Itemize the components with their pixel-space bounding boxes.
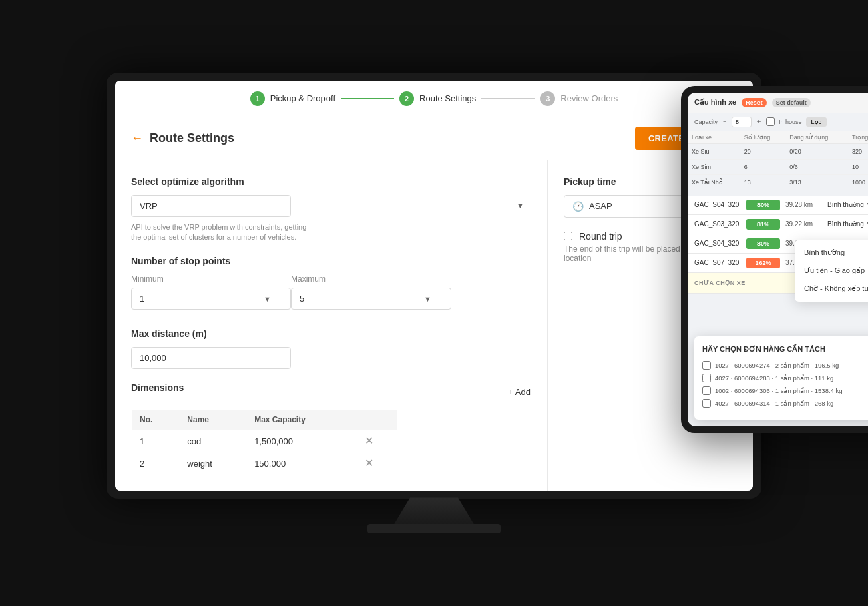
- modal-item: 1027 · 6000694274 · 2 sản phẩm · 196.5 k…: [702, 361, 868, 370]
- main-layout: Select optimize algorithm VRP ▼ API to s…: [115, 160, 753, 491]
- delete-row-button[interactable]: ✕: [365, 458, 373, 469]
- minus-icon[interactable]: －: [722, 117, 728, 126]
- vt-col-type: Loại xe: [688, 131, 740, 144]
- step-label-3: Review Orders: [560, 93, 618, 103]
- modal-items: 1027 · 6000694274 · 2 sản phẩm · 196.5 k…: [702, 361, 868, 408]
- clock-icon: 🕐: [572, 201, 584, 212]
- monitor-base: [367, 524, 501, 533]
- vehicle-usage: 0/6: [785, 159, 848, 174]
- modal-item-checkbox[interactable]: [702, 386, 711, 395]
- route-priority[interactable]: Bình thường ▼: [827, 220, 868, 228]
- step-label-2: Route Settings: [419, 93, 476, 103]
- done-wrapper: XONG: [688, 190, 868, 196]
- tablet-inner: Cấu hình xe Reset Set default Capacity －…: [688, 93, 868, 426]
- vehicle-table: Loại xe Số lượng Đang sử dụng Trọng lượn…: [688, 131, 868, 190]
- route-badge: 162%: [746, 258, 780, 268]
- table-row: 2 weight 150,000 ✕: [132, 452, 398, 475]
- dimensions-table: No. Name Max Capacity 1 cod 1,500,000 ✕ …: [131, 409, 398, 475]
- route-id: GAC_S04_320: [694, 240, 741, 247]
- modal-item-text: 4027 · 6000694283 · 1 sản phẩm · 111 kg: [715, 374, 833, 382]
- capacity-input[interactable]: [732, 117, 752, 127]
- modal-item-text: 1002 · 6000694306 · 1 sản phẩm · 1538.4 …: [715, 387, 843, 394]
- wizard-header: 1 Pickup & Dropoff 2 Route Settings 3: [115, 81, 753, 117]
- modal-item-checkbox[interactable]: [702, 374, 711, 382]
- tablet-reset-tag[interactable]: Reset: [742, 98, 767, 107]
- route-row: GAC_S04_320 80% 39.28 km Bình thường ▼: [688, 196, 868, 215]
- capacity-label: Capacity: [694, 119, 718, 125]
- back-arrow[interactable]: ←: [131, 131, 143, 145]
- add-dimension-button[interactable]: + Add: [508, 387, 531, 397]
- tablet-vehicle-title: Cấu hình xe: [694, 98, 736, 107]
- wizard-step-3: 3 Review Orders: [540, 91, 618, 106]
- dropdown-item-normal[interactable]: Bình thường: [795, 244, 868, 262]
- min-label: Minimum: [131, 274, 278, 284]
- step-connector-2: [481, 98, 535, 99]
- route-km: 39.28 km: [785, 201, 822, 208]
- row-name: cod: [179, 430, 246, 452]
- route-badge: 80%: [746, 200, 780, 210]
- filter-btn[interactable]: Lọc: [806, 117, 827, 127]
- stop-section: Number of stop points Minimum 1 ▼: [131, 256, 531, 315]
- min-select[interactable]: 1: [131, 288, 291, 310]
- tablet-screen: Cấu hình xe Reset Set default Capacity －…: [688, 93, 868, 426]
- vt-col-count: Số lượng: [740, 131, 786, 144]
- modal-item: 1002 · 6000694306 · 1 sản phẩm · 1538.4 …: [702, 386, 868, 395]
- distance-title: Max distance (m): [131, 328, 531, 339]
- dimensions-section: Dimensions + Add No. Name Max Capacity: [131, 382, 531, 475]
- modal-item-checkbox[interactable]: [702, 361, 711, 370]
- in-house-checkbox[interactable]: [766, 117, 775, 126]
- distance-input[interactable]: [131, 347, 291, 369]
- vehicle-usage: 3/13: [785, 174, 848, 190]
- col-name: Name: [179, 410, 246, 430]
- algo-section: Select optimize algorithm VRP ▼ API to s…: [131, 176, 531, 243]
- max-field-group: Maximum 5 ▼: [291, 274, 438, 315]
- dropdown-item-urgent[interactable]: Ưu tiên - Giao gấp: [795, 262, 868, 280]
- dimensions-title: Dimensions: [131, 382, 184, 393]
- step-circle-1: 1: [250, 91, 265, 106]
- modal-popup: HÃY CHỌN ĐƠN HÀNG CẦN TÁCH ✕ 1027 · 6000…: [694, 336, 868, 420]
- route-km: 39.22 km: [785, 220, 822, 228]
- capacity-row: Capacity － ＋ In house Lọc: [688, 115, 868, 129]
- modal-item: 4027 · 6000694314 · 1 sản phẩm · 268 kg: [702, 399, 868, 408]
- screen-inner: 1 Pickup & Dropoff 2 Route Settings 3: [115, 81, 753, 491]
- wizard-step-2: 2 Route Settings: [399, 91, 476, 106]
- in-house-label: In house: [779, 119, 802, 125]
- row-delete[interactable]: ✕: [357, 430, 397, 452]
- vehicle-row: Xe Tải Nhỏ 13 3/13 1000: [688, 174, 868, 190]
- vehicle-capacity: 1000: [848, 174, 868, 190]
- monitor-stand: [394, 497, 474, 524]
- vehicle-count: 13: [740, 174, 786, 190]
- modal-item-checkbox[interactable]: [702, 399, 711, 408]
- algo-select[interactable]: VRP: [131, 195, 291, 217]
- vt-col-usage: Đang sử dụng: [785, 131, 848, 144]
- col-action: [357, 410, 397, 430]
- step-label-1: Pickup & Dropoff: [270, 93, 335, 103]
- round-trip-checkbox[interactable]: [564, 232, 572, 240]
- dropdown-item-hold[interactable]: Chờ - Không xếp tuyến: [795, 280, 868, 298]
- vehicle-count: 20: [740, 143, 786, 159]
- modal-item-text: 1027 · 6000694274 · 2 sản phẩm · 196.5 k…: [715, 362, 839, 369]
- vt-col-capacity: Trọng lượng (kg): [848, 131, 868, 144]
- tablet-default-tag[interactable]: Set default: [772, 98, 811, 107]
- route-priority[interactable]: Bình thường ▼: [827, 201, 868, 208]
- row-delete[interactable]: ✕: [357, 452, 397, 475]
- plus-icon[interactable]: ＋: [756, 117, 762, 126]
- delete-row-button[interactable]: ✕: [365, 436, 373, 446]
- page-title-area: ← Route Settings: [131, 131, 234, 145]
- table-row: 1 cod 1,500,000 ✕: [132, 430, 398, 452]
- max-select[interactable]: 5: [291, 288, 451, 310]
- algo-select-arrow: ▼: [517, 202, 524, 210]
- wizard-step-1: 1 Pickup & Dropoff: [250, 91, 335, 106]
- step-circle-2: 2: [399, 91, 414, 106]
- vehicle-capacity: 320: [848, 143, 868, 159]
- capacity-section: Capacity － ＋ In house Lọc: [688, 113, 868, 131]
- vehicle-type: Xe Siu: [688, 143, 740, 159]
- row-capacity: 150,000: [246, 452, 357, 475]
- max-label: Maximum: [291, 274, 438, 284]
- max-select-wrapper: 5 ▼: [291, 288, 438, 310]
- min-select-wrapper: 1 ▼: [131, 288, 278, 310]
- monitor-wrapper: 1 Pickup & Dropoff 2 Route Settings 3: [107, 73, 761, 534]
- modal-header: HÃY CHỌN ĐƠN HÀNG CẦN TÁCH ✕: [702, 344, 868, 354]
- vehicle-usage: 0/20: [785, 143, 848, 159]
- min-max-row: Minimum 1 ▼ Maximum: [131, 274, 531, 315]
